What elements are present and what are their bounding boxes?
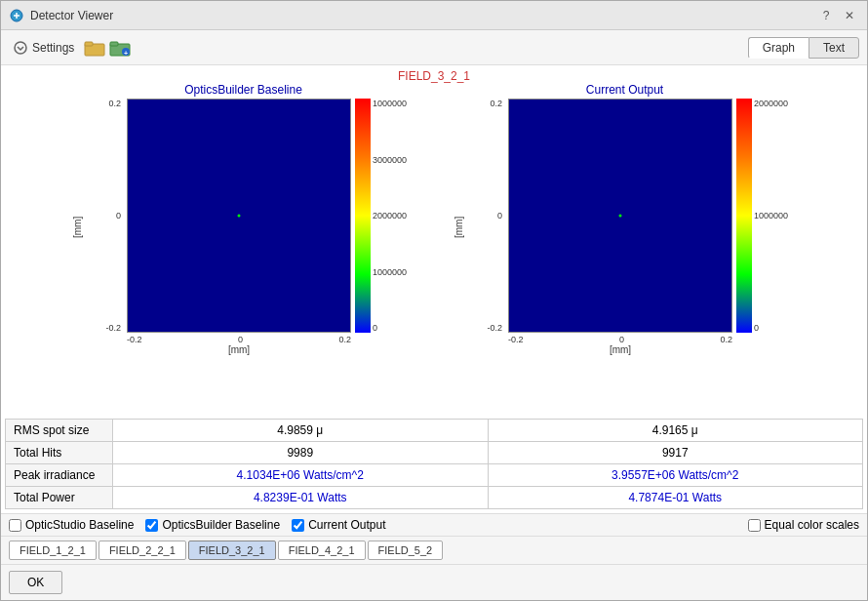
- close-button[interactable]: ✕: [840, 6, 859, 25]
- right-y-ticks: 0.2 0 -0.2: [477, 99, 504, 333]
- field-tabs-row: FIELD_1_2_1FIELD_2_2_1FIELD_3_2_1FIELD_4…: [1, 536, 867, 564]
- field-label: FIELD_3_2_1: [398, 69, 470, 83]
- settings-label: Settings: [32, 41, 74, 55]
- left-x-ticks: -0.2 0 0.2: [127, 333, 351, 344]
- stats-label: Peak irradiance: [6, 464, 113, 487]
- settings-chevron-icon: [13, 40, 28, 56]
- stats-label: RMS spot size: [6, 420, 113, 442]
- charts-area: FIELD_3_2_1 OpticsBuilder Baseline [mm] …: [5, 69, 863, 415]
- stats-right-value: 3.9557E+06 Watts/cm^2: [488, 464, 863, 487]
- left-chart-container: OpticsBuilder Baseline [mm] 0.2 0 -0.2: [62, 83, 424, 355]
- stats-right-value: 4.9165 μ: [488, 420, 863, 442]
- right-center-dot: [619, 215, 622, 218]
- right-colorbar: 2000000 1000000 0: [736, 99, 806, 333]
- equal-color-checkbox[interactable]: [748, 519, 761, 532]
- svg-text:+: +: [124, 50, 128, 57]
- left-chart-with-ticks: 0.2 0 -0.2 1000000: [96, 99, 424, 355]
- toolbar-left: Settings +: [9, 37, 131, 59]
- stats-left-value: 4.1034E+06 Watts/cm^2: [113, 464, 489, 487]
- svg-point-1: [15, 42, 26, 54]
- opticsbuilder-checkbox[interactable]: [145, 519, 158, 532]
- checkboxes-right: Equal color scales: [748, 518, 859, 532]
- title-controls: ? ✕: [816, 6, 859, 25]
- field-tab-field_2_2_1[interactable]: FIELD_2_2_1: [99, 541, 186, 560]
- stats-row: RMS spot size4.9859 μ4.9165 μ: [6, 420, 863, 442]
- window-title: Detector Viewer: [30, 9, 113, 22]
- field-tab-field_1_2_1[interactable]: FIELD_1_2_1: [9, 541, 97, 560]
- left-plot-box: [127, 99, 351, 333]
- main-window: Detector Viewer ? ✕ Settings: [0, 0, 868, 601]
- current-checkbox-item: Current Output: [292, 518, 385, 532]
- stats-left-value: 9989: [113, 442, 489, 464]
- title-left: Detector Viewer: [9, 8, 113, 23]
- svg-rect-5: [110, 42, 118, 46]
- open-folder-icon-btn[interactable]: [84, 37, 105, 59]
- toolbar: Settings +: [1, 30, 867, 65]
- left-plot-area: 0.2 0 -0.2 1000000: [96, 99, 424, 333]
- left-colorbar-gradient: [355, 99, 371, 333]
- stats-left-value: 4.8239E-01 Watts: [113, 487, 489, 509]
- left-y-axis-label: [mm]: [62, 99, 92, 355]
- stats-right-value: 4.7874E-01 Watts: [488, 487, 863, 509]
- field-tab-field_3_2_1[interactable]: FIELD_3_2_1: [188, 541, 276, 560]
- field-tab-field_5_2[interactable]: FIELD_5_2: [368, 541, 444, 560]
- stats-row: Total Power4.8239E-01 Watts4.7874E-01 Wa…: [6, 487, 863, 509]
- bottom-row: OK: [1, 564, 867, 600]
- opticsbuilder-label: OpticsBuilder Baseline: [162, 518, 280, 532]
- stats-row: Peak irradiance4.1034E+06 Watts/cm^23.95…: [6, 464, 863, 487]
- stats-table: RMS spot size4.9859 μ4.9165 μTotal Hits9…: [5, 419, 863, 509]
- left-chart-inner: [mm] 0.2 0 -0.2: [62, 99, 424, 355]
- opticstudio-checkbox-item: OpticStudio Baseline: [9, 518, 134, 532]
- right-chart-title: Current Output: [586, 83, 663, 97]
- left-chart-title: OpticsBuilder Baseline: [184, 83, 302, 97]
- ok-button[interactable]: OK: [9, 571, 62, 594]
- right-plot-box: [508, 99, 732, 333]
- stats-label: Total Hits: [6, 442, 113, 464]
- graph-tab-button[interactable]: Graph: [748, 37, 809, 59]
- right-colorbar-ticks: 2000000 1000000 0: [752, 99, 806, 333]
- opticstudio-checkbox[interactable]: [9, 519, 21, 532]
- settings-button[interactable]: Settings: [9, 38, 78, 58]
- right-colorbar-gradient: [736, 99, 752, 333]
- opticsbuilder-checkbox-item: OpticsBuilder Baseline: [145, 518, 280, 532]
- right-x-ticks: -0.2 0 0.2: [508, 333, 732, 344]
- equal-color-label: Equal color scales: [765, 518, 859, 532]
- field-tab-field_4_2_1[interactable]: FIELD_4_2_1: [278, 541, 366, 560]
- folder-add-icon: +: [109, 39, 131, 57]
- left-x-axis-label: [mm]: [127, 344, 351, 355]
- left-y-ticks: 0.2 0 -0.2: [96, 99, 123, 333]
- help-button[interactable]: ?: [816, 6, 836, 25]
- stats-right-value: 9917: [488, 442, 863, 464]
- left-center-dot: [238, 215, 241, 218]
- stats-row: Total Hits99899917: [6, 442, 863, 464]
- current-checkbox[interactable]: [292, 519, 304, 532]
- view-toggle: Graph Text: [748, 37, 859, 59]
- right-chart-with-ticks: 0.2 0 -0.2 2000000: [477, 99, 806, 355]
- add-icon-btn[interactable]: +: [109, 37, 131, 59]
- svg-rect-3: [85, 42, 93, 46]
- title-bar: Detector Viewer ? ✕: [1, 1, 867, 30]
- main-content: FIELD_3_2_1 OpticsBuilder Baseline [mm] …: [1, 65, 867, 513]
- folder-icon: [84, 39, 105, 57]
- right-plot-area: 0.2 0 -0.2 2000000: [477, 99, 806, 333]
- toolbar-icons: +: [84, 37, 131, 59]
- right-y-axis-label: [mm]: [444, 99, 473, 355]
- checkboxes-row: OpticStudio Baseline OpticsBuilder Basel…: [1, 513, 867, 536]
- left-colorbar: 1000000 3000000 2000000 1000000 0: [355, 99, 424, 333]
- left-colorbar-ticks: 1000000 3000000 2000000 1000000 0: [371, 99, 424, 333]
- right-chart-container: Current Output [mm] 0.2 0 -0.2: [444, 83, 806, 355]
- opticstudio-label: OpticStudio Baseline: [25, 518, 134, 532]
- charts-row: OpticsBuilder Baseline [mm] 0.2 0 -0.2: [62, 83, 806, 415]
- checkboxes-left: OpticStudio Baseline OpticsBuilder Basel…: [9, 518, 386, 532]
- stats-label: Total Power: [6, 487, 113, 509]
- right-chart-inner: [mm] 0.2 0 -0.2: [444, 99, 806, 355]
- text-tab-button[interactable]: Text: [809, 37, 859, 59]
- app-icon: [9, 8, 24, 23]
- stats-left-value: 4.9859 μ: [113, 420, 489, 442]
- current-label: Current Output: [308, 518, 385, 532]
- right-x-axis-label: [mm]: [508, 344, 732, 355]
